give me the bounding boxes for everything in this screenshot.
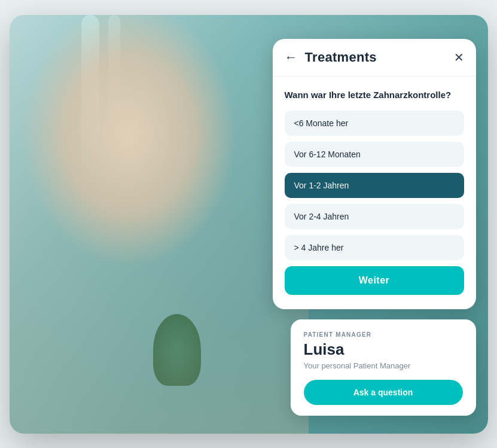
main-container: ← Treatments ✕ Wann war Ihre letzte Zahn… bbox=[10, 15, 488, 434]
patient-manager-label: PATIENT MANAGER bbox=[304, 331, 463, 338]
option-4[interactable]: Vor 2-4 Jahren bbox=[285, 204, 464, 229]
option-2[interactable]: Vor 6-12 Monaten bbox=[285, 142, 464, 167]
person-image bbox=[10, 15, 309, 434]
ask-question-button[interactable]: Ask a question bbox=[304, 380, 463, 405]
card-header: ← Treatments ✕ bbox=[273, 39, 476, 77]
option-5[interactable]: > 4 Jahre her bbox=[285, 235, 464, 260]
back-button[interactable]: ← bbox=[285, 51, 298, 64]
patient-manager-card: PATIENT MANAGER Luisa Your personal Pati… bbox=[291, 319, 476, 416]
close-button[interactable]: ✕ bbox=[454, 51, 464, 63]
question-text: Wann war Ihre letzte Zahnarzkontrolle? bbox=[285, 89, 464, 101]
card-title: Treatments bbox=[305, 50, 447, 65]
patient-manager-name: Luisa bbox=[304, 340, 463, 359]
card-body: Wann war Ihre letzte Zahnarzkontrolle? <… bbox=[273, 77, 476, 309]
option-3[interactable]: Vor 1-2 Jahren bbox=[285, 173, 464, 198]
weiter-button[interactable]: Weiter bbox=[285, 266, 464, 295]
treatment-card: ← Treatments ✕ Wann war Ihre letzte Zahn… bbox=[273, 39, 476, 309]
option-1[interactable]: <6 Monate her bbox=[285, 111, 464, 136]
patient-manager-subtitle: Your personal Patient Manager bbox=[304, 361, 463, 370]
